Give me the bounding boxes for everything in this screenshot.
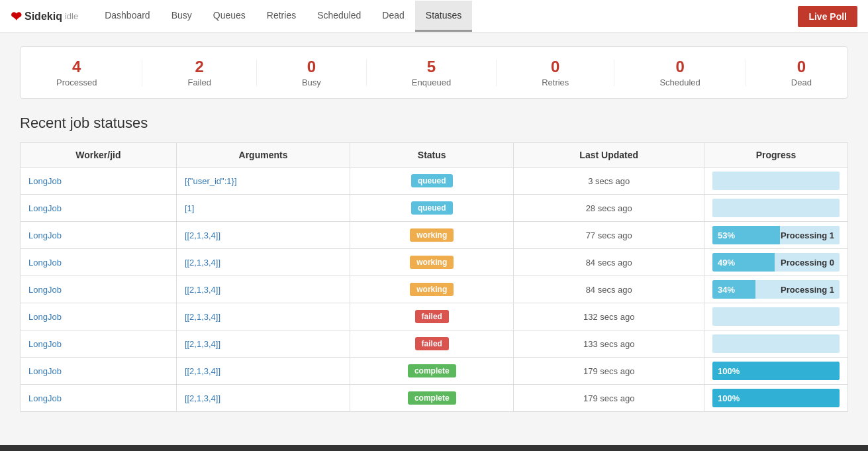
stat-number: 2 [187, 58, 211, 76]
nav-link-dashboard[interactable]: Dashboard [94, 1, 161, 32]
sidekiq-logo-icon: ❤ [11, 9, 22, 25]
progress-bar-container: 53%Processing 1 [712, 226, 840, 244]
cell-worker: LongJob [21, 358, 177, 385]
th-arguments: Arguments [176, 143, 350, 168]
progress-bar-container [712, 199, 840, 217]
status-badge: working [410, 228, 454, 242]
stat-divider [366, 60, 367, 86]
cell-progress [704, 330, 848, 358]
brand-status: idle [65, 11, 78, 21]
cell-arguments: [[2,1,3,4]] [176, 358, 350, 385]
cell-last-updated: 84 secs ago [514, 249, 704, 276]
stat-item-enqueued: 5 Enqueued [412, 58, 451, 87]
stat-divider [142, 60, 142, 86]
stat-item-processed: 4 Processed [56, 58, 97, 87]
stat-number: 0 [659, 58, 700, 76]
cell-worker: LongJob [21, 249, 177, 276]
nav-link-retries[interactable]: Retries [256, 1, 307, 32]
progress-percent-label: 53% [718, 230, 735, 240]
progress-bar-container [712, 307, 840, 326]
stat-label: Failed [187, 77, 211, 87]
th-status: Status [350, 143, 514, 168]
nav-link-busy[interactable]: Busy [161, 1, 203, 32]
cell-arguments: [[2,1,3,4]] [176, 276, 350, 303]
stat-item-failed: 2 Failed [187, 58, 211, 87]
cell-progress [704, 168, 848, 195]
cell-last-updated: 3 secs ago [514, 168, 704, 195]
progress-bar-container [712, 172, 840, 190]
nav-link-queues[interactable]: Queues [203, 1, 256, 32]
stat-divider [746, 60, 746, 86]
stat-item-scheduled: 0 Scheduled [659, 58, 700, 87]
cell-worker: LongJob [21, 222, 177, 249]
stats-bar: 4 Processed 2 Failed 0 Busy 5 Enqueued 0… [20, 46, 848, 99]
th-worker-jid: Worker/jid [21, 143, 177, 168]
main-content: 4 Processed 2 Failed 0 Busy 5 Enqueued 0… [0, 33, 868, 425]
cell-arguments: [[2,1,3,4]] [176, 222, 350, 249]
navbar: ❤ Sidekiq idle DashboardBusyQueuesRetrie… [0, 0, 868, 33]
nav-link-dead[interactable]: Dead [371, 1, 414, 32]
progress-text-right: Processing 1 [781, 230, 834, 240]
cell-last-updated: 133 secs ago [514, 330, 704, 358]
stat-number: 4 [56, 58, 97, 76]
stat-number: 5 [412, 58, 451, 76]
progress-bar-container: 100% [712, 389, 840, 407]
nav-link-scheduled[interactable]: Scheduled [307, 1, 371, 32]
cell-progress: 49%Processing 0 [704, 249, 848, 276]
cell-progress: 53%Processing 1 [704, 222, 848, 249]
table-row: LongJob[[2,1,3,4]]complete179 secs ago10… [21, 385, 848, 412]
cell-arguments: [[2,1,3,4]] [176, 249, 350, 276]
stat-item-retries: 0 Retries [542, 58, 569, 87]
status-badge: queued [411, 174, 453, 187]
table-header: Worker/jidArgumentsStatusLast UpdatedPro… [21, 143, 848, 168]
progress-bar-container: 100% [712, 362, 840, 380]
status-badge: complete [408, 391, 456, 405]
nav-links: DashboardBusyQueuesRetriesScheduledDeadS… [94, 1, 798, 32]
status-badge: working [410, 283, 454, 296]
stat-divider [256, 60, 257, 86]
cell-worker: LongJob [21, 168, 177, 195]
cell-status: complete [350, 385, 514, 412]
stat-label: Retries [542, 77, 569, 87]
table-row: LongJob[[2,1,3,4]]working77 secs ago53%P… [21, 222, 848, 249]
stat-label: Processed [56, 77, 97, 87]
cell-last-updated: 179 secs ago [514, 385, 704, 412]
nav-link-statuses[interactable]: Statuses [415, 1, 472, 32]
cell-last-updated: 84 secs ago [514, 276, 704, 303]
stat-divider [614, 60, 614, 86]
cell-worker: LongJob [21, 330, 177, 358]
progress-bar-container: 34%Processing 1 [712, 280, 840, 299]
cell-last-updated: 28 secs ago [514, 195, 704, 222]
table-header-row: Worker/jidArgumentsStatusLast UpdatedPro… [21, 143, 848, 168]
table-row: LongJob[1]queued28 secs ago [21, 195, 848, 222]
cell-progress: 100% [704, 358, 848, 385]
th-last-updated: Last Updated [514, 143, 704, 168]
status-badge: failed [415, 310, 449, 323]
cell-worker: LongJob [21, 303, 177, 330]
cell-progress [704, 195, 848, 222]
status-badge: failed [415, 337, 449, 350]
status-badge: queued [411, 201, 453, 215]
stat-item-dead: 0 Dead [791, 58, 812, 87]
cell-status: working [350, 249, 514, 276]
stat-number: 0 [542, 58, 569, 76]
cell-progress [704, 303, 848, 330]
cell-status: queued [350, 168, 514, 195]
cell-status: failed [350, 303, 514, 330]
cell-last-updated: 179 secs ago [514, 358, 704, 385]
progress-text-right: Processing 1 [781, 285, 834, 295]
footer: Sidekiq v4.0.1 redis://127.0.0.1:6379/0 … [0, 445, 868, 451]
brand-link[interactable]: ❤ Sidekiq idle [11, 9, 78, 25]
progress-percent-label: 100% [718, 393, 740, 403]
progress-text-right: Processing 0 [781, 258, 834, 268]
cell-arguments: [[2,1,3,4]] [176, 330, 350, 358]
cell-status: working [350, 276, 514, 303]
progress-percent-label: 34% [718, 285, 735, 295]
table-row: LongJob[[2,1,3,4]]failed132 secs ago [21, 303, 848, 330]
brand-name: Sidekiq [24, 11, 62, 23]
cell-status: failed [350, 330, 514, 358]
cell-last-updated: 132 secs ago [514, 303, 704, 330]
cell-arguments: [{"user_id":1}] [176, 168, 350, 195]
stat-label: Enqueued [412, 77, 451, 87]
live-poll-button[interactable]: Live Poll [798, 6, 857, 27]
